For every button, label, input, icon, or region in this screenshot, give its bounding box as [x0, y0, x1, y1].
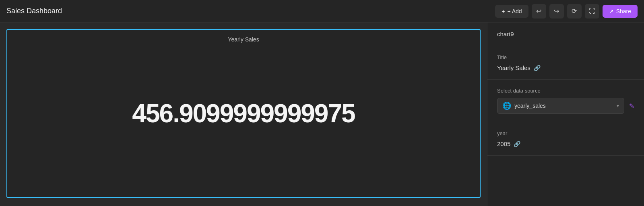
fullscreen-button[interactable]: ⛶ — [585, 4, 599, 19]
share-label: Share — [616, 8, 631, 14]
year-link-icon[interactable]: 🔗 — [514, 141, 520, 147]
year-value-row: 2005 🔗 — [497, 140, 634, 147]
title-value: Yearly Sales — [497, 64, 530, 71]
share-button[interactable]: ↗ Share — [603, 5, 638, 18]
panel-datasource-section: Select data source 🌐 yearly_sales ▾ ✎ — [487, 80, 644, 122]
redo-button[interactable]: ↪ — [549, 4, 564, 19]
year-value: 2005 — [497, 140, 510, 147]
fullscreen-icon: ⛶ — [589, 8, 595, 15]
chart-widget[interactable]: Yearly Sales 456.9099999999975 — [6, 29, 481, 198]
datasource-globe-icon: 🌐 — [502, 101, 511, 110]
refresh-icon: ⟳ — [572, 7, 577, 15]
chart-widget-title: Yearly Sales — [7, 36, 480, 43]
panel-chart-name-section: chart9 — [487, 23, 644, 46]
add-button[interactable]: + + Add — [495, 5, 528, 18]
undo-button[interactable]: ↩ — [532, 4, 546, 19]
datasource-label: Select data source — [497, 88, 634, 94]
year-label: year — [497, 130, 634, 136]
chevron-down-icon: ▾ — [617, 103, 619, 109]
canvas-area: Yearly Sales 456.9099999999975 — [0, 23, 487, 206]
title-link-icon[interactable]: 🔗 — [534, 65, 541, 71]
panel-chart-id: chart9 — [497, 31, 514, 37]
main-layout: Yearly Sales 456.9099999999975 chart9 Ti… — [0, 23, 644, 206]
title-value-row: Yearly Sales 🔗 — [497, 64, 634, 71]
redo-icon: ↪ — [554, 7, 559, 15]
right-panel: chart9 Title Yearly Sales 🔗 Select data … — [487, 23, 644, 206]
data-source-select[interactable]: 🌐 yearly_sales ▾ — [497, 98, 624, 114]
datasource-edit-icon[interactable]: ✎ — [629, 102, 634, 110]
title-label: Title — [497, 54, 634, 60]
topbar-actions: + + Add ↩ ↪ ⟳ ⛶ ↗ Share — [495, 4, 638, 19]
data-source-row: 🌐 yearly_sales ▾ ✎ — [497, 98, 634, 114]
data-source-select-inner: 🌐 yearly_sales ▾ — [502, 101, 619, 110]
undo-icon: ↩ — [536, 7, 541, 15]
topbar: Sales Dashboard + + Add ↩ ↪ ⟳ ⛶ ↗ Share — [0, 0, 644, 23]
refresh-button[interactable]: ⟳ — [567, 4, 582, 19]
share-icon: ↗ — [609, 8, 614, 14]
add-label: + Add — [507, 8, 522, 14]
panel-title-section: Title Yearly Sales 🔗 — [487, 46, 644, 80]
panel-year-section: year 2005 🔗 — [487, 122, 644, 156]
chart-value: 456.9099999999975 — [132, 99, 355, 128]
plus-icon: + — [502, 8, 505, 14]
page-title: Sales Dashboard — [6, 7, 62, 15]
datasource-name: yearly_sales — [514, 103, 613, 109]
